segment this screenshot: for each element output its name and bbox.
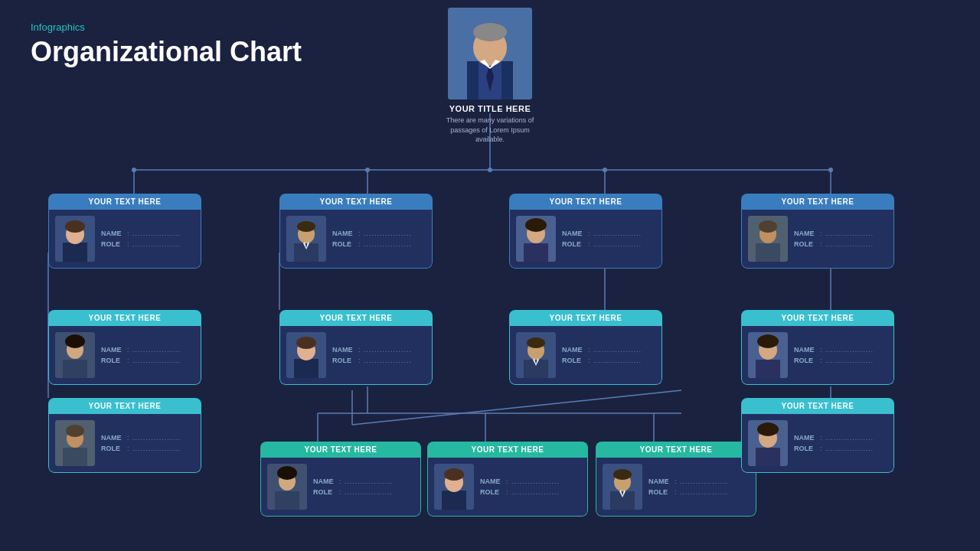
card-c6: YOUR TEXT HERE NAME : ..................… [279,310,433,385]
card-header-c12: YOUR TEXT HERE [596,442,756,458]
top-node: YOUR TITLE HERE There are many variation… [440,8,540,145]
svg-point-2 [132,168,136,172]
svg-rect-75 [442,491,466,510]
role-field-c6: ROLE : .................. [332,357,412,364]
name-field-c8: NAME : .................. [794,346,874,354]
card-header-c3: YOUR TEXT HERE [509,194,662,210]
card-c7: YOUR TEXT HERE NAME : ..................… [509,310,662,385]
svg-point-39 [297,221,315,232]
top-node-title: YOUR TITLE HERE [449,104,531,113]
card-info-c8: NAME : .................. ROLE : .......… [794,346,874,364]
card-header-c6: YOUR TEXT HERE [279,310,433,326]
card-c2: YOUR TEXT HERE NAME : ..................… [279,194,433,269]
svg-point-4 [488,168,492,172]
card-header-c13: YOUR TEXT HERE [741,398,894,414]
role-field-c1: ROLE : .................. [101,240,181,248]
card-body-c9: NAME : .................. ROLE : .......… [48,414,201,473]
name-field-c11: NAME : .................. [480,478,560,485]
card-info-c7: NAME : .................. ROLE : .......… [562,346,642,364]
card-header-c1: YOUR TEXT HERE [48,194,201,210]
card-header-c9: YOUR TEXT HERE [48,398,201,414]
name-field-c12: NAME : .................. [648,478,728,485]
name-field-c4: NAME : .................. [794,230,874,237]
card-photo-c12 [603,464,642,510]
card-header-c7: YOUR TEXT HERE [509,310,662,326]
top-node-description: There are many variations of passages of… [440,116,540,145]
name-field-c1: NAME : .................. [101,230,181,237]
svg-point-44 [525,218,547,232]
page-header: Infographics Organizational Chart [31,21,302,68]
card-c1: YOUR TEXT HERE NAME : ..................… [48,194,201,269]
svg-rect-46 [756,243,780,262]
card-info-c10: NAME : .................. ROLE : .......… [313,478,393,496]
card-c12: YOUR TEXT HERE NAME : ..................… [596,442,756,517]
svg-point-69 [66,425,84,437]
name-field-c13: NAME : .................. [794,434,874,442]
card-body-c4: NAME : .................. ROLE : .......… [741,210,894,269]
card-photo-c4 [748,216,788,262]
role-field-c3: ROLE : .................. [562,240,642,248]
svg-rect-71 [275,491,299,510]
card-info-c3: NAME : .................. ROLE : .......… [562,230,642,248]
svg-point-48 [759,220,777,233]
card-photo-c5 [55,332,95,378]
svg-point-60 [527,337,545,348]
role-field-c10: ROLE : .................. [313,488,393,496]
card-header-c11: YOUR TEXT HERE [427,442,588,458]
card-body-c5: NAME : .................. ROLE : .......… [48,326,201,385]
svg-point-81 [613,469,632,480]
card-photo-c1 [55,216,95,262]
card-c8: YOUR TEXT HERE NAME : ..................… [741,310,894,385]
card-info-c6: NAME : .................. ROLE : .......… [332,346,412,364]
svg-rect-63 [756,360,780,378]
card-photo-c11 [434,464,474,510]
role-field-c12: ROLE : .................. [648,488,728,496]
card-c9: YOUR TEXT HERE NAME : ..................… [48,398,201,473]
card-body-c10: NAME : .................. ROLE : .......… [260,458,421,517]
name-field-c3: NAME : .................. [562,230,642,237]
svg-rect-50 [63,360,87,378]
svg-point-73 [277,466,297,480]
name-field-c5: NAME : .................. [101,346,181,354]
svg-point-3 [365,168,370,172]
card-info-c11: NAME : .................. ROLE : .......… [480,478,560,496]
svg-line-16 [352,390,681,425]
name-field-c2: NAME : .................. [332,230,412,237]
infographics-label: Infographics [31,21,302,33]
card-body-c12: NAME : .................. ROLE : .......… [596,458,756,517]
card-c13: YOUR TEXT HERE NAME : ..................… [741,398,894,473]
card-body-c11: NAME : .................. ROLE : .......… [427,458,588,517]
role-field-c4: ROLE : .................. [794,240,874,248]
card-header-c4: YOUR TEXT HERE [741,194,894,210]
card-photo-c7 [516,332,556,378]
card-body-c7: NAME : .................. ROLE : .......… [509,326,662,385]
card-photo-c9 [55,420,95,466]
card-body-c8: NAME : .................. ROLE : .......… [741,326,894,385]
role-field-c9: ROLE : .................. [101,445,181,452]
name-field-c6: NAME : .................. [332,346,412,354]
card-info-c9: NAME : .................. ROLE : .......… [101,434,181,452]
card-header-c10: YOUR TEXT HERE [260,442,421,458]
card-info-c2: NAME : .................. ROLE : .......… [332,230,412,248]
card-c11: YOUR TEXT HERE NAME : ..................… [427,442,588,517]
role-field-c13: ROLE : .................. [794,445,874,452]
svg-point-5 [603,168,607,172]
name-field-c10: NAME : .................. [313,478,393,485]
card-photo-c3 [516,216,556,262]
card-c3: YOUR TEXT HERE NAME : ..................… [509,194,662,269]
svg-rect-33 [63,243,87,262]
role-field-c11: ROLE : .................. [480,488,560,496]
svg-rect-37 [294,243,318,262]
card-c10: YOUR TEXT HERE NAME : ..................… [260,442,421,517]
svg-rect-84 [756,448,780,466]
svg-point-35 [65,220,85,233]
card-photo-c8 [748,332,788,378]
card-header-c8: YOUR TEXT HERE [741,310,894,326]
role-field-c7: ROLE : .................. [562,357,642,364]
card-photo-c6 [286,332,326,378]
svg-point-30 [473,23,507,41]
role-field-c2: ROLE : .................. [332,240,412,248]
svg-rect-67 [63,448,87,466]
svg-point-52 [65,334,85,348]
svg-point-86 [757,422,779,436]
